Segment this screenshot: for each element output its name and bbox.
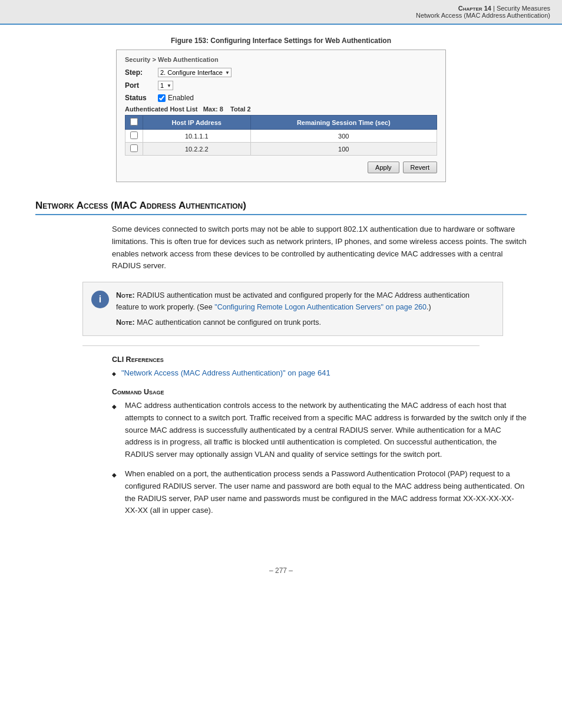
cmd-bullet-0: ◆ MAC address authentication controls ac… bbox=[112, 400, 527, 461]
divider bbox=[82, 345, 480, 346]
host-list-label: Authenticated Host List bbox=[125, 106, 197, 113]
step-label: Step: bbox=[125, 68, 154, 77]
step-select-wrapper: 2. Configure Interface bbox=[158, 68, 232, 77]
row-time-0: 300 bbox=[250, 130, 437, 143]
row-checkbox-1[interactable] bbox=[130, 144, 138, 152]
cli-references-list: "Network Access (MAC Address Authenticat… bbox=[112, 367, 527, 380]
note2-body: MAC authentication cannot be configured … bbox=[135, 318, 321, 327]
row-checkbox-cell bbox=[125, 143, 143, 156]
chapter-title: Security Measures bbox=[497, 5, 550, 12]
chapter-line: Chapter 14 | Security Measures bbox=[458, 5, 550, 12]
cli-references-title: CLI References bbox=[112, 355, 527, 364]
command-usage-list: ◆ MAC address authentication controls ac… bbox=[112, 400, 527, 517]
cli-link[interactable]: "Network Access (MAC Address Authenticat… bbox=[121, 368, 330, 377]
table-col-checkbox bbox=[125, 116, 143, 130]
header-section-line: Network Access (MAC Address Authenticati… bbox=[416, 12, 550, 19]
host-list-max: Max: 8 bbox=[203, 106, 223, 113]
ui-breadcrumb: Security > Web Authentication bbox=[125, 56, 437, 63]
bullet-diamond-1: ◆ bbox=[112, 470, 120, 480]
host-table: Host IP Address Remaining Session Time (… bbox=[125, 115, 437, 156]
ui-screenshot-box: Security > Web Authentication Step: 2. C… bbox=[116, 50, 446, 182]
info-icon: i bbox=[91, 291, 109, 308]
page-number: – 277 – bbox=[269, 566, 293, 575]
note2-text: Note: MAC authentication cannot be confi… bbox=[116, 317, 494, 328]
note1-label: Note: bbox=[116, 291, 135, 299]
row-checkbox-0[interactable] bbox=[130, 131, 138, 139]
command-usage-section: Command Usage ◆ MAC address authenticati… bbox=[112, 388, 527, 517]
header-separator: | bbox=[491, 5, 497, 12]
step-select[interactable]: 2. Configure Interface bbox=[158, 68, 232, 77]
bullet-text-0: MAC address authentication controls acce… bbox=[125, 400, 527, 461]
note-box: i Note: RADIUS authentication must be ac… bbox=[82, 282, 503, 336]
page-header: Chapter 14 | Security Measures Network A… bbox=[0, 0, 562, 25]
chapter-label: Chapter 14 bbox=[458, 5, 491, 12]
table-col-ip: Host IP Address bbox=[143, 116, 251, 130]
port-select-wrapper: 1 bbox=[158, 81, 173, 90]
port-select[interactable]: 1 bbox=[158, 81, 173, 90]
table-col-session: Remaining Session Time (sec) bbox=[250, 116, 437, 130]
host-list-header: Authenticated Host List Max: 8 Total 2 bbox=[125, 106, 437, 113]
cli-references-section: CLI References "Network Access (MAC Addr… bbox=[112, 355, 527, 380]
port-row: Port 1 bbox=[125, 81, 437, 90]
row-ip-1: 10.2.2.2 bbox=[143, 143, 251, 156]
port-label: Port bbox=[125, 81, 154, 90]
command-usage-title: Command Usage bbox=[112, 388, 527, 396]
row-ip-0: 10.1.1.1 bbox=[143, 130, 251, 143]
step-row: Step: 2. Configure Interface bbox=[125, 68, 437, 77]
ui-buttons: Apply Revert bbox=[125, 162, 437, 173]
table-select-all-checkbox[interactable] bbox=[130, 118, 138, 126]
figure-caption: Figure 153: Configuring Interface Settin… bbox=[35, 37, 527, 45]
note1-link[interactable]: "Configuring Remote Logon Authentication… bbox=[214, 303, 427, 311]
apply-button[interactable]: Apply bbox=[368, 162, 399, 173]
row-checkbox-cell bbox=[125, 130, 143, 143]
status-label: Status bbox=[125, 94, 154, 102]
note1-text: Note: RADIUS authentication must be acti… bbox=[116, 289, 494, 313]
note1-end: .) bbox=[427, 303, 431, 311]
host-list-total: Total 2 bbox=[230, 106, 251, 113]
table-row: 10.2.2.2 100 bbox=[125, 143, 437, 156]
bullet-diamond-0: ◆ bbox=[112, 402, 120, 411]
table-row: 10.1.1.1 300 bbox=[125, 130, 437, 143]
status-checkbox-row: Enabled bbox=[158, 94, 194, 102]
status-row: Status Enabled bbox=[125, 94, 437, 102]
cli-link-item: "Network Access (MAC Address Authenticat… bbox=[112, 367, 527, 380]
cmd-bullet-1: ◆ When enabled on a port, the authentica… bbox=[112, 468, 527, 517]
page-footer: – 277 – bbox=[0, 566, 562, 584]
main-content: Figure 153: Configuring Interface Settin… bbox=[0, 25, 562, 549]
bullet-text-1: When enabled on a port, the authenticati… bbox=[125, 468, 527, 517]
status-text: Enabled bbox=[168, 94, 194, 102]
status-checkbox[interactable] bbox=[158, 94, 166, 102]
row-time-1: 100 bbox=[250, 143, 437, 156]
note-content: Note: RADIUS authentication must be acti… bbox=[116, 289, 494, 328]
revert-button[interactable]: Revert bbox=[403, 162, 437, 173]
intro-paragraph: Some devices connected to switch ports m… bbox=[112, 223, 527, 272]
note2-label: Note: bbox=[116, 318, 135, 327]
section-heading: Network Access (MAC Address Authenticati… bbox=[35, 200, 527, 215]
